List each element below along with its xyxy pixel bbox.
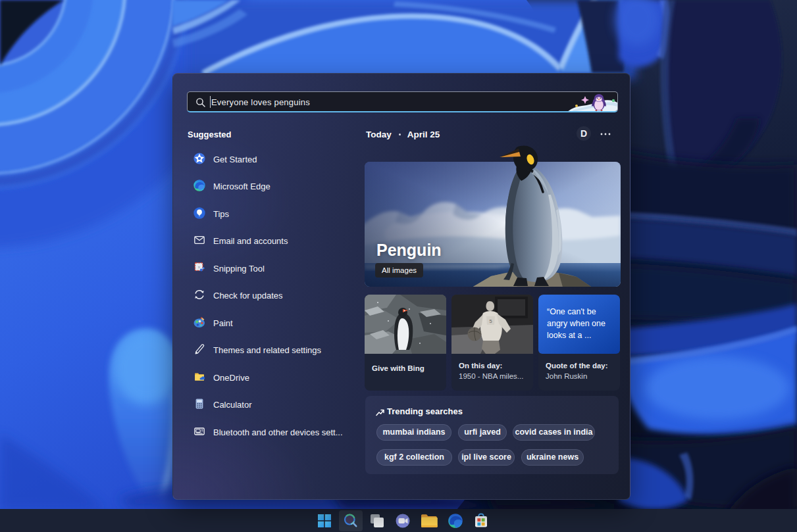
svg-text:5: 5	[489, 318, 492, 324]
